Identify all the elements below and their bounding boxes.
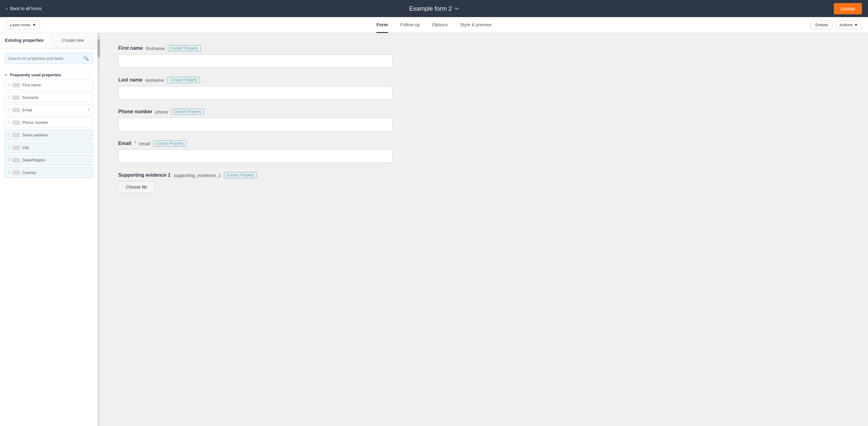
chevron-left-icon: ‹ — [6, 6, 8, 11]
drag-handle-icon: ⠿ — [8, 95, 10, 100]
field-label-row: Phone numberphoneContact Property — [118, 109, 850, 115]
field-label-row: Email *emailContact Property — [118, 140, 850, 146]
edit-icon[interactable]: ✏ — [455, 6, 459, 11]
list-item[interactable]: ⠿ Email * — [4, 105, 93, 115]
secondary-nav-left: Learn more ▼ — [6, 21, 40, 29]
choose-file-button[interactable]: Choose file — [118, 181, 155, 193]
secondary-nav-right: Embed Actions ▼ — [811, 21, 862, 29]
back-link[interactable]: ‹ Back to all forms — [6, 6, 42, 11]
property-label: First name — [22, 83, 41, 87]
field-icon — [12, 120, 20, 125]
scroll-divider — [97, 33, 100, 426]
field-label-row: Last namelastnameContact Property — [118, 77, 850, 83]
form-field-group: Supporting evidence 1supporting_evidence… — [118, 172, 850, 193]
field-icon — [12, 133, 20, 137]
scroll-thumb[interactable] — [97, 39, 100, 57]
field-label: First name — [118, 46, 143, 51]
top-nav-right: Update — [834, 3, 862, 15]
drag-handle-icon: ⠿ — [8, 83, 10, 87]
panel-tabs: Existing properties Create new — [0, 33, 97, 49]
form-title: Example form 2 — [409, 5, 452, 12]
field-icon — [12, 171, 20, 175]
field-label: Last name — [118, 77, 142, 83]
embed-button[interactable]: Embed — [811, 21, 832, 29]
required-star: * — [88, 108, 90, 112]
tab-create-new[interactable]: Create new — [49, 33, 97, 48]
property-label: Surname — [22, 95, 38, 100]
property-label: City — [22, 145, 29, 150]
secondary-nav: Learn more ▼ Form Follow-up Options Styl… — [0, 17, 868, 33]
search-input[interactable] — [8, 56, 81, 61]
field-icon — [12, 158, 20, 162]
property-badge: Contact Property — [168, 45, 201, 51]
form-input-field[interactable] — [118, 118, 393, 131]
field-italic-label: lastname — [145, 78, 164, 83]
tab-options[interactable]: Options — [432, 17, 448, 33]
property-badge: Contact Property — [153, 140, 186, 146]
list-item[interactable]: ⠿ State/Region — [4, 155, 93, 165]
main-layout: Existing properties Create new 🔍 ▼ Frequ… — [0, 33, 868, 426]
section-header: ▼ Frequently used properties — [0, 68, 97, 80]
form-field-group: Phone numberphoneContact Property — [118, 109, 850, 131]
form-field-group: Email *emailContact Property — [118, 140, 850, 163]
back-label: Back to all forms — [10, 6, 41, 11]
field-label: Phone number — [118, 109, 152, 114]
property-label: Phone number — [22, 120, 48, 125]
field-italic-label: phone — [155, 109, 168, 114]
property-label: State/Region — [22, 158, 45, 162]
form-title-area: Example form 2 ✏ — [409, 5, 459, 12]
tab-followup[interactable]: Follow-up — [400, 17, 420, 33]
property-badge: Contact Property — [224, 172, 257, 178]
left-panel: Existing properties Create new 🔍 ▼ Frequ… — [0, 33, 97, 426]
learn-more-button[interactable]: Learn more ▼ — [6, 21, 40, 29]
field-icon — [12, 83, 20, 87]
field-icon — [12, 146, 20, 150]
list-item[interactable]: ⠿ Country — [4, 167, 93, 178]
properties-list: ⠿ First name ⠿ Surname ⠿ Email * ⠿ Phone… — [0, 80, 97, 178]
drag-handle-icon: ⠿ — [8, 108, 10, 112]
field-label-row: First namefirstnameContact Property — [118, 45, 850, 51]
list-item[interactable]: ⠿ City — [4, 142, 93, 153]
drag-handle-icon: ⠿ — [8, 120, 10, 125]
drag-handle-icon: ⠿ — [8, 171, 10, 175]
field-italic-label: email — [139, 141, 150, 146]
actions-label: Actions — [839, 23, 852, 27]
list-item[interactable]: ⠿ Surname — [4, 92, 93, 103]
drag-handle-icon: ⠿ — [8, 133, 10, 137]
chevron-down-icon: ▼ — [32, 23, 36, 27]
field-italic-label: supporting_evidence_1 — [174, 173, 221, 178]
actions-button[interactable]: Actions ▼ — [835, 21, 862, 29]
form-field-group: Last namelastnameContact Property — [118, 77, 850, 100]
search-container: 🔍 — [0, 49, 97, 68]
field-icon — [12, 108, 20, 112]
list-item[interactable]: ⠿ Street address — [4, 130, 93, 140]
field-label: Supporting evidence 1 — [118, 172, 171, 178]
list-item[interactable]: ⠿ Phone number — [4, 117, 93, 128]
tab-existing-properties[interactable]: Existing properties — [0, 33, 49, 48]
form-input-field[interactable] — [118, 86, 393, 100]
right-panel: First namefirstnameContact PropertyLast … — [100, 33, 868, 426]
list-item[interactable]: ⠿ First name — [4, 80, 93, 90]
drag-handle-icon: ⠿ — [8, 146, 10, 150]
required-star: * — [134, 141, 136, 146]
top-nav: ‹ Back to all forms Example form 2 ✏ Upd… — [0, 0, 868, 17]
field-italic-label: firstname — [146, 46, 165, 51]
nav-tabs: Form Follow-up Options Style & preview — [376, 17, 492, 33]
tab-style-preview[interactable]: Style & preview — [460, 17, 491, 33]
chevron-down-icon: ▼ — [854, 23, 858, 27]
learn-more-label: Learn more — [10, 23, 30, 27]
tab-form[interactable]: Form — [376, 17, 388, 33]
section-label: Frequently used properties — [10, 73, 61, 77]
property-label: Country — [22, 170, 36, 175]
chevron-down-icon: ▼ — [4, 73, 8, 77]
drag-handle-icon: ⠿ — [8, 158, 10, 162]
search-icon: 🔍 — [83, 56, 89, 61]
form-input-field[interactable] — [118, 149, 393, 163]
update-button[interactable]: Update — [834, 3, 862, 15]
field-label: Email — [118, 141, 131, 146]
property-badge: Contact Property — [171, 109, 204, 115]
property-label: Street address — [22, 133, 48, 137]
property-badge: Contact Property — [167, 77, 200, 83]
form-input-field[interactable] — [118, 54, 393, 68]
form-field-group: First namefirstnameContact Property — [118, 45, 850, 68]
